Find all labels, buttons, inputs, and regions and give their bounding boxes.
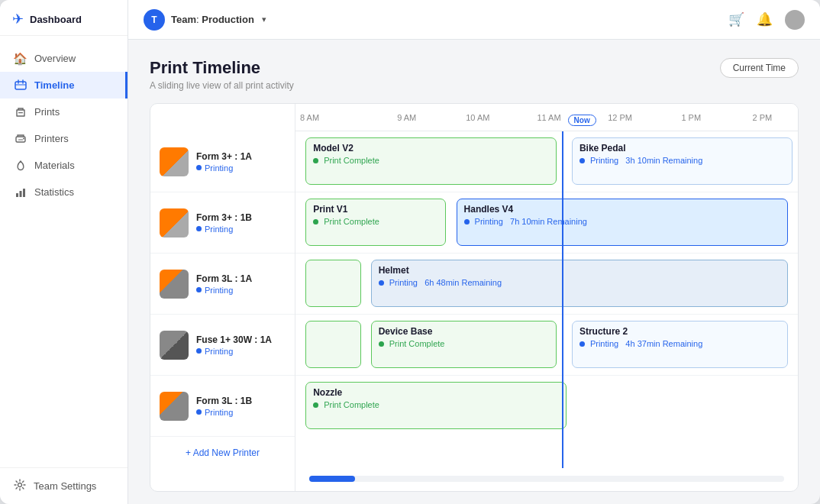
nav-label-timeline: Timeline xyxy=(34,79,75,91)
timeline-grid: Form 3+ : 1A Printing Form 3+ : 1B xyxy=(150,104,798,491)
job-name: Nozzle xyxy=(313,387,559,398)
printer-info-fuse-1a: Fuse 1+ 30W : 1A Printing xyxy=(196,334,286,356)
svg-rect-8 xyxy=(16,193,18,197)
printer-row: Form 3+ : 1B Printing xyxy=(150,192,295,254)
chevron-down-icon: ▾ xyxy=(262,15,266,24)
timeline-header: 8 AM 9 AM 10 AM 11 AM Now 12 PM 1 PM 2 P… xyxy=(295,104,798,131)
printer-thumb-form3-1a xyxy=(160,147,189,176)
svg-rect-10 xyxy=(23,189,25,197)
sidebar-nav: 🏠 Overview Timeline xyxy=(0,36,128,467)
job-block-nozzle: Nozzle Print Complete xyxy=(305,382,567,429)
sidebar: ✈ Dashboard 🏠 Overview Timeline xyxy=(0,0,128,504)
printer-thumb-form3l-1b xyxy=(160,392,189,421)
team-prefix: Team xyxy=(171,14,196,25)
svg-rect-9 xyxy=(19,191,21,197)
status-dot xyxy=(196,165,202,170)
printer-name-fuse-1a: Fuse 1+ 30W : 1A xyxy=(196,334,286,345)
job-status: Printing 3h 10min Remaining xyxy=(579,156,786,165)
page-title: Print Timeline xyxy=(150,58,294,78)
printing-dot xyxy=(579,341,585,347)
time-label-12pm: Now 12 PM xyxy=(585,113,656,122)
job-status: Printing 7h 10min Remaining xyxy=(464,217,780,226)
team-avatar: T xyxy=(144,9,165,31)
job-block-empty-2 xyxy=(305,260,360,307)
printer-thumb-form3-1b xyxy=(160,208,189,237)
printer-name-form3l-1a: Form 3L : 1A xyxy=(196,273,286,284)
complete-dot xyxy=(313,158,318,163)
svg-rect-0 xyxy=(15,82,26,89)
home-icon: 🏠 xyxy=(14,52,27,65)
sidebar-item-statistics[interactable]: Statistics xyxy=(0,179,128,205)
printer-info-form3-1b: Form 3+ : 1B Printing xyxy=(196,212,286,234)
sidebar-item-materials[interactable]: Materials xyxy=(0,152,128,179)
bell-icon[interactable]: 🔔 xyxy=(757,11,773,27)
status-dot xyxy=(196,409,202,415)
job-name: Device Base xyxy=(379,326,549,337)
user-avatar[interactable] xyxy=(785,10,805,30)
status-dot xyxy=(196,287,202,292)
printer-thumb-fuse-1a xyxy=(160,331,189,360)
complete-dot xyxy=(379,341,384,347)
sidebar-item-prints[interactable]: Prints xyxy=(0,99,128,125)
printer-row: Form 3+ : 1A Printing xyxy=(150,131,295,192)
time-label-2pm: 2 PM xyxy=(727,113,798,122)
job-status: Print Complete xyxy=(313,217,438,226)
time-label-1pm: 1 PM xyxy=(656,113,727,122)
nav-label-printers: Printers xyxy=(34,133,69,144)
job-block-device-base: Device Base Print Complete xyxy=(371,321,557,368)
sidebar-item-timeline[interactable]: Timeline xyxy=(0,72,128,99)
printer-info-form3l-1a: Form 3L : 1A Printing xyxy=(196,273,286,295)
printer-thumb-form3l-1a xyxy=(160,270,189,299)
time-label-10am: 10 AM xyxy=(442,113,513,122)
job-block-model-v2: Model V2 Print Complete xyxy=(305,137,557,185)
svg-rect-6 xyxy=(18,139,23,141)
timeline-area: Form 3+ : 1A Printing Form 3+ : 1B xyxy=(150,103,799,492)
job-block-helmet: Helmet Printing 6h 48min Remaining xyxy=(371,260,788,307)
sidebar-item-settings[interactable]: Team Settings xyxy=(14,479,114,493)
sidebar-item-overview[interactable]: 🏠 Overview xyxy=(0,45,128,72)
job-block-print-v1: Print V1 Print Complete xyxy=(305,199,446,246)
time-label-8am: 8 AM xyxy=(295,113,371,122)
time-labels: 8 AM 9 AM 10 AM 11 AM Now 12 PM 1 PM 2 P… xyxy=(295,113,798,122)
current-time-button[interactable]: Current Time xyxy=(720,58,799,78)
sidebar-header: ✈ Dashboard xyxy=(0,0,128,36)
printer-row: Form 3L : 1B Printing xyxy=(150,376,295,437)
printer-status-form3-1a: Printing xyxy=(196,163,286,173)
job-block-structure-2: Structure 2 Printing 4h 37min Remaining xyxy=(572,321,788,368)
page-subtitle: A sliding live view of all print activit… xyxy=(150,80,294,91)
cart-icon[interactable]: 🛒 xyxy=(728,11,744,27)
statistics-icon xyxy=(14,186,27,199)
settings-label: Team Settings xyxy=(34,480,96,492)
printing-dot xyxy=(579,158,585,163)
complete-dot xyxy=(313,402,318,408)
printer-info-form3l-1b: Form 3L : 1B Printing xyxy=(196,396,286,417)
printer-status-form3l-1b: Printing xyxy=(196,408,286,417)
add-printer-button[interactable]: + Add New Printer xyxy=(150,437,295,469)
printers-icon xyxy=(14,132,27,145)
printing-dot xyxy=(464,219,470,225)
nav-label-prints: Prints xyxy=(34,106,60,118)
team-name: Production xyxy=(202,14,254,25)
svg-rect-4 xyxy=(18,112,23,113)
job-block-empty-3 xyxy=(305,321,360,368)
jobs-row-1: Print V1 Print Complete Handles V4 xyxy=(295,192,798,254)
topbar: T Team: Production ▾ 🛒 🔔 xyxy=(128,0,820,40)
complete-dot xyxy=(313,219,318,225)
prints-icon xyxy=(14,105,27,118)
printer-list-header xyxy=(150,104,295,131)
job-block-bike-pedal: Bike Pedal Printing 3h 10min Remaining xyxy=(572,137,793,185)
sidebar-item-printers[interactable]: Printers xyxy=(0,125,128,152)
app-window: ✈ Dashboard 🏠 Overview Timeline xyxy=(0,0,820,504)
scrollbar-track[interactable] xyxy=(309,476,784,482)
job-status: Print Complete xyxy=(379,339,549,348)
job-status: Print Complete xyxy=(313,400,559,409)
scrollbar-area xyxy=(295,468,798,491)
timeline-icon xyxy=(14,79,27,92)
printer-name-form3l-1b: Form 3L : 1B xyxy=(196,396,286,406)
scrollbar-thumb[interactable] xyxy=(309,476,355,482)
printer-status-form3l-1a: Printing xyxy=(196,286,286,295)
time-label-9am: 9 AM xyxy=(371,113,442,122)
job-name: Handles V4 xyxy=(464,204,780,215)
team-selector[interactable]: T Team: Production ▾ xyxy=(144,9,266,31)
status-dot xyxy=(196,226,202,231)
